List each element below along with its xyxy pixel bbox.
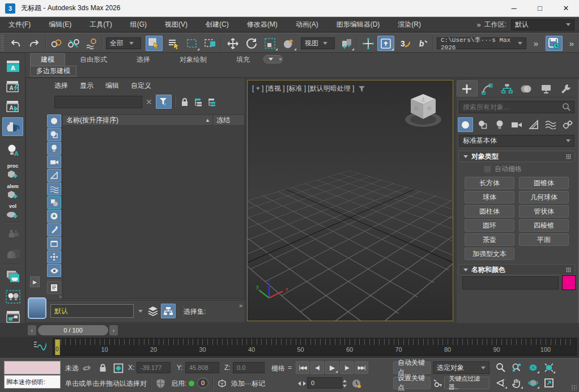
frame-spinner[interactable] <box>341 377 348 389</box>
zoom-button[interactable] <box>494 361 508 374</box>
layer-dropdown-button[interactable] <box>134 304 143 318</box>
se-filter-lights-button[interactable] <box>47 142 61 155</box>
se-filter-helpers-button[interactable] <box>47 169 61 182</box>
toolbar-drag-handle[interactable] <box>1 35 4 51</box>
view-cube[interactable]: 上 左 前 <box>402 90 445 131</box>
auto-key-button[interactable]: 自动关键点 <box>393 361 431 374</box>
menu-animation[interactable]: 动画(A) <box>295 20 320 29</box>
wire-cube-icon[interactable] <box>216 377 228 389</box>
viewport-label[interactable]: [ + ] [透视 ] [标准 ] [默认明暗处理 ] <box>252 84 365 93</box>
se-search-input[interactable] <box>54 96 142 108</box>
workspace-dropdown[interactable]: 默认 <box>511 19 574 31</box>
create-alem-button[interactable]: alem <box>2 182 23 201</box>
se-filter-spacewarps-button[interactable] <box>47 182 61 195</box>
snaps-toggle-button[interactable] <box>377 36 394 51</box>
maximize-button[interactable]: □ <box>527 0 553 17</box>
subcategory-dropdown[interactable]: 标准基本体 <box>459 135 574 147</box>
mini-curve-editor-button[interactable] <box>33 340 46 351</box>
reference-coordinate-dropdown[interactable]: 视图 <box>301 37 335 49</box>
ribbon-tab-modeling[interactable]: 建模 <box>30 53 65 66</box>
viewport-filter-icon[interactable] <box>358 86 365 92</box>
play-animation-button[interactable]: ▶ <box>325 361 339 374</box>
sort-ascending-icon[interactable]: ▲ <box>205 117 212 123</box>
se-lock-icon[interactable] <box>178 95 191 109</box>
close-button[interactable]: ✕ <box>553 0 579 17</box>
layer-bar-overflow-chevron[interactable]: » <box>239 302 241 309</box>
menu-modifiers[interactable]: 修改器(M) <box>246 20 279 29</box>
cp-search-input[interactable] <box>459 103 562 111</box>
angle-snap-button[interactable]: 3 <box>398 36 414 51</box>
ribbon-subtab-polygon-modeling[interactable]: 多边形建模 <box>30 66 76 76</box>
select-move-button[interactable] <box>225 36 241 51</box>
active-layer-swatch[interactable] <box>28 297 46 319</box>
se-filter-geometry-button[interactable] <box>47 114 61 127</box>
menu-views[interactable]: 视图(V) <box>164 20 189 29</box>
maximize-viewport-toggle[interactable] <box>542 377 556 389</box>
select-by-name-button[interactable] <box>166 36 182 51</box>
se-strip-expand-button[interactable]: ▶ <box>30 276 40 287</box>
se-filter-visibility-button[interactable] <box>47 264 61 277</box>
lights-group-button[interactable] <box>2 287 23 306</box>
ribbon-tab-selection[interactable]: 选择 <box>122 54 165 66</box>
object-color-swatch[interactable] <box>562 275 576 290</box>
light-lister-button[interactable]: A <box>2 141 23 160</box>
next-frame-button[interactable]: › <box>109 325 118 335</box>
category-systems-button[interactable] <box>560 117 575 132</box>
isolate-selection-icon[interactable] <box>80 362 93 374</box>
ribbon-minimize-button[interactable] <box>263 55 283 63</box>
previous-key-button[interactable]: ◀| <box>310 361 324 374</box>
set-key-button[interactable]: 设置关键点 <box>393 377 431 389</box>
window-resize-grip[interactable] <box>571 385 577 390</box>
tab-create[interactable] <box>457 80 478 97</box>
se-clear-search-icon[interactable]: ✕ <box>146 97 152 106</box>
menu-graph-editors[interactable]: 图形编辑器(D) <box>335 20 381 29</box>
toolbar-overflow-chevron-2[interactable]: » <box>565 36 577 51</box>
disabled-list-tool-button[interactable] <box>2 244 23 263</box>
se-menu-edit[interactable]: 编辑 <box>105 81 119 91</box>
previous-frame-button[interactable]: ‹ <box>28 325 36 335</box>
category-geometry-button[interactable] <box>458 117 473 132</box>
current-frame-field[interactable]: 0 <box>307 377 342 389</box>
autogrid-checkbox[interactable] <box>484 165 491 173</box>
app-icon-3dsmax[interactable]: 3 <box>5 3 15 14</box>
x-coord-field[interactable]: -39.177 <box>137 362 171 373</box>
zoom-extents-button[interactable] <box>526 361 540 374</box>
category-spacewarps-button[interactable] <box>543 117 558 132</box>
create-pyramid-button[interactable]: 四棱锥 <box>519 219 569 232</box>
se-filter-xrefs-button[interactable] <box>47 210 61 223</box>
select-manipulate-button[interactable] <box>360 36 376 51</box>
active-layer-field[interactable]: 默认 <box>50 304 134 318</box>
zoom-extents-all-button[interactable] <box>542 361 556 374</box>
pan-view-button[interactable] <box>510 377 523 389</box>
menu-tools[interactable]: 工具(T) <box>88 20 113 29</box>
name-color-rollout-header[interactable]: 名称和颜色 <box>458 264 575 275</box>
notification-count-button[interactable]: 0 <box>197 378 208 388</box>
redo-button[interactable] <box>26 36 42 51</box>
time-slider[interactable]: 0 / 100 <box>38 325 108 335</box>
teapot-layers-button[interactable] <box>2 267 23 286</box>
select-rotate-button[interactable] <box>244 36 259 51</box>
category-helpers-button[interactable] <box>526 117 541 132</box>
create-proc-button[interactable]: proc <box>2 162 23 181</box>
se-filter-groups-button[interactable] <box>47 196 61 209</box>
tab-hierarchy[interactable] <box>497 80 517 97</box>
menu-overflow-chevron[interactable]: » <box>476 20 479 29</box>
create-cylinder-button[interactable]: 圆柱体 <box>465 205 514 218</box>
se-filter-particles-button[interactable] <box>47 250 61 263</box>
layer-explorer-button[interactable] <box>161 304 176 318</box>
percent-snap-button[interactable]: b <box>416 36 432 51</box>
create-sphere-button[interactable]: 球体 <box>465 191 514 203</box>
select-place-button[interactable] <box>281 36 297 51</box>
y-coord-field[interactable]: 45.808 <box>185 362 219 373</box>
search-icon[interactable] <box>562 103 571 112</box>
shield-health-icon[interactable] <box>154 377 167 389</box>
material-teapot-button[interactable] <box>2 117 23 136</box>
se-filter-containers-button[interactable] <box>47 237 61 250</box>
go-to-end-button[interactable]: ▶▶| <box>355 361 368 374</box>
minimize-button[interactable]: ─ <box>501 0 527 17</box>
category-lights-button[interactable] <box>492 117 507 132</box>
menu-edit[interactable]: 编辑(E) <box>48 20 73 29</box>
select-object-button[interactable] <box>146 36 163 51</box>
create-cone-button[interactable]: 圆锥体 <box>519 177 569 189</box>
project-folder-dropdown[interactable]: C:\Users\李···s Max 2026 <box>437 37 526 49</box>
